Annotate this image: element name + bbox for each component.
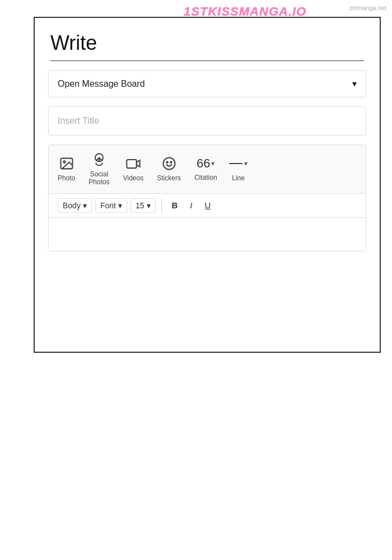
style-select[interactable]: Body ▾	[58, 198, 92, 213]
citation-button[interactable]: 66 ▾ Citation	[194, 156, 217, 181]
toolbar-icons-row: Photo SocialPhotos Videos	[49, 145, 366, 194]
line-button[interactable]: ▾ Line	[231, 156, 246, 182]
videos-label: Videos	[123, 174, 143, 182]
svg-point-1	[63, 161, 66, 164]
watermark-sub: zinmanga.net	[349, 4, 386, 11]
svg-point-5	[170, 162, 171, 163]
italic-button[interactable]: I	[185, 198, 197, 212]
format-divider	[161, 199, 162, 212]
main-card: Write Open Message Board ▾ Insert Title …	[34, 17, 381, 353]
line-label: Line	[232, 174, 245, 182]
title-placeholder: Insert Title	[58, 116, 99, 125]
size-chevron: ▾	[147, 201, 151, 210]
citation-number: 66	[197, 156, 210, 171]
title-divider	[50, 60, 364, 61]
social-photos-icon	[91, 152, 107, 167]
photo-button[interactable]: Photo	[58, 156, 75, 182]
size-select-label: 15	[136, 201, 144, 210]
social-photos-label: SocialPhotos	[88, 170, 109, 186]
board-selector-chevron: ▾	[352, 78, 357, 89]
font-chevron: ▾	[118, 201, 122, 210]
photo-icon	[59, 156, 74, 171]
line-icon: ▾	[231, 156, 246, 171]
videos-button[interactable]: Videos	[123, 156, 143, 182]
size-select[interactable]: 15 ▾	[130, 198, 156, 213]
citation-label: Citation	[194, 174, 217, 181]
social-photos-button[interactable]: SocialPhotos	[88, 152, 109, 186]
style-select-label: Body	[63, 201, 81, 210]
underline-button[interactable]: U	[200, 198, 216, 212]
stickers-button[interactable]: Stickers	[157, 156, 181, 182]
font-select[interactable]: Font ▾	[95, 198, 127, 213]
board-selector[interactable]: Open Message Board ▾	[48, 70, 366, 97]
svg-point-3	[163, 158, 175, 170]
line-chevron: ▾	[244, 160, 248, 167]
svg-point-4	[166, 162, 167, 163]
bold-button[interactable]: B	[167, 198, 183, 212]
videos-icon	[125, 156, 141, 171]
style-chevron: ▾	[83, 201, 87, 210]
svg-rect-2	[127, 160, 137, 168]
stickers-label: Stickers	[157, 174, 181, 182]
stickers-icon	[161, 156, 177, 171]
board-selector-label: Open Message Board	[58, 79, 145, 89]
formatting-bar: Body ▾ Font ▾ 15 ▾ B I U	[49, 194, 366, 217]
editor-content-area[interactable]	[49, 217, 366, 251]
photo-label: Photo	[58, 174, 75, 182]
page-title: Write	[35, 18, 380, 60]
font-select-label: Font	[100, 201, 116, 210]
toolbar-area: Photo SocialPhotos Videos	[48, 144, 366, 251]
title-input-box[interactable]: Insert Title	[48, 106, 366, 136]
citation-chevron: ▾	[211, 160, 214, 167]
